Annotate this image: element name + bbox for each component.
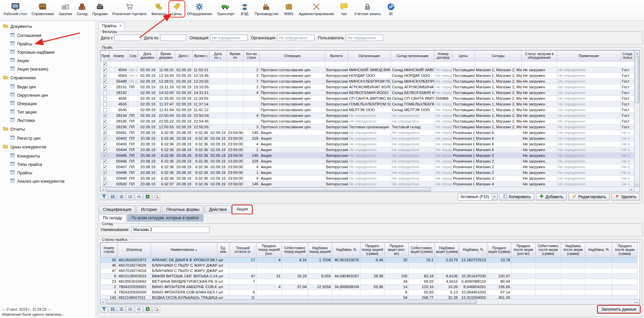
column-header-6[interactable]: Себестоимос перед акцией bbox=[282, 242, 308, 257]
grid-tool-table-edit-button[interactable] bbox=[152, 306, 160, 313]
tab-by-warehouse[interactable]: По складу bbox=[99, 214, 127, 222]
vscroll-thumb[interactable] bbox=[635, 56, 639, 103]
column-header-3[interactable]: Ед. изм. bbox=[217, 242, 230, 257]
grid-row-20[interactable]: ✓00499ПЛ20.08.196:32:3620.08.196:32:3602… bbox=[101, 175, 634, 181]
checkbox-checked-icon[interactable]: ✓ bbox=[103, 171, 107, 175]
sidebar-item-3-0[interactable]: Конкуренты bbox=[0, 152, 96, 160]
checkbox-checked-icon[interactable]: ✓ bbox=[103, 131, 107, 135]
sidebar-section-3[interactable]: Цены конкурентов bbox=[0, 142, 96, 152]
sidebar-item-3-1[interactable]: Типы прайса bbox=[0, 160, 96, 169]
column-header-10[interactable]: Операция bbox=[260, 50, 325, 61]
checkbox-checked-icon[interactable]: ✓ bbox=[103, 74, 107, 78]
checkbox-checked-icon[interactable]: ✓ bbox=[103, 80, 107, 84]
grid-row-14[interactable]: ✓00493ПЛ20.08.196:32:3620.08.196:32:3602… bbox=[101, 141, 634, 147]
sidebar-item-prices[interactable]: Прайсы bbox=[0, 40, 96, 48]
checkbox-unchecked-icon[interactable] bbox=[103, 91, 107, 95]
sidebar-item-1-2[interactable]: Операции bbox=[0, 99, 96, 108]
hscroll-thumb[interactable] bbox=[106, 300, 477, 304]
grid-row-21[interactable]: ✓00500ПЛ20.08.196:32:3720.08.196:32:3602… bbox=[101, 181, 634, 187]
toolbar-item-admin[interactable]: Администрирование bbox=[297, 1, 337, 17]
column-header-13[interactable]: Надбавка, % bbox=[459, 242, 487, 257]
grid-tool-list-button[interactable] bbox=[117, 306, 125, 313]
column-header-6[interactable]: Время с bbox=[193, 50, 209, 61]
checkbox-cell[interactable]: ✓ bbox=[101, 78, 110, 84]
grid-tool-excel-button[interactable]: X bbox=[144, 193, 151, 200]
scroll-left-icon[interactable]: ◄ bbox=[100, 300, 106, 305]
grid-row-19[interactable]: ✓00498ПЛ20.08.196:32:3620.08.196:32:3602… bbox=[101, 170, 634, 175]
checkbox-cell[interactable]: ✓ bbox=[101, 141, 110, 147]
filter-input-date-from[interactable] bbox=[114, 35, 141, 41]
tab-promo[interactable]: Акция bbox=[232, 205, 252, 214]
tab-specification[interactable]: Спецификация bbox=[99, 206, 136, 214]
filter-input-operation[interactable] bbox=[210, 35, 248, 41]
checkbox-checked-icon[interactable]: ✓ bbox=[103, 160, 107, 164]
grid-row-2[interactable]: 474607018274018БЛИНЧИКИ С ПЫЛУ С ЖАРУ ДЖ… bbox=[101, 268, 638, 273]
hscroll-thumb[interactable] bbox=[106, 187, 431, 191]
grid-row-15[interactable]: ✓00494ПЛ20.08.196:32:3620.08.196:32:3602… bbox=[101, 147, 634, 152]
tab-history[interactable]: История bbox=[137, 206, 161, 214]
grid-row-13[interactable]: ✓00492ПЛ20.08.196:32:3620.08.196:32:3602… bbox=[101, 135, 634, 141]
checkbox-checked-icon[interactable]: ✓ bbox=[103, 68, 107, 72]
column-header-14[interactable]: Продано акция (сумма) bbox=[487, 242, 511, 257]
column-header-16[interactable]: Склады bbox=[475, 50, 522, 61]
checkbox-cell[interactable]: ✓ bbox=[101, 112, 110, 118]
checkbox-cell[interactable]: ✓ bbox=[101, 158, 110, 164]
checkbox-cell[interactable]: ✓ bbox=[101, 175, 110, 181]
grid-tool-rows-button[interactable] bbox=[126, 306, 134, 313]
grid-tool-excel-button[interactable]: X bbox=[144, 306, 151, 313]
checkbox-checked-icon[interactable]: ✓ bbox=[103, 137, 107, 141]
grid-row-5[interactable]: 2819202.09.1914:33:0002.09.1914:31:514Пр… bbox=[101, 90, 634, 95]
column-header-4[interactable]: Текущий остаток (к- bbox=[230, 242, 256, 257]
column-header-16[interactable]: Себестоимос после акции (сумма) bbox=[536, 242, 561, 257]
column-header-0[interactable]: Номер строки bbox=[101, 242, 117, 257]
grid-tool-filter-button[interactable] bbox=[100, 306, 108, 313]
checkbox-checked-icon[interactable]: ✓ bbox=[103, 85, 107, 89]
toolbar-item-production[interactable]: Производство bbox=[252, 1, 281, 17]
column-header-11[interactable]: Себестоимос акция (сумма) bbox=[409, 242, 435, 257]
column-header-9[interactable]: Продано перед акцией (сумма) bbox=[360, 242, 385, 257]
grid-row-17[interactable]: ✓00496ПЛ20.08.196:32:3620.08.196:32:3602… bbox=[101, 158, 634, 164]
toolbar-item-prices[interactable]: Цены bbox=[169, 1, 185, 17]
column-header-8[interactable]: Надбавка, % bbox=[332, 242, 360, 257]
scroll-left-icon[interactable]: ◄ bbox=[100, 187, 106, 192]
grid-row-7[interactable]: 456502.09.1911:37:4702.09.1911:37:14Прот… bbox=[101, 101, 634, 107]
grid-tool-filter-button[interactable] bbox=[100, 193, 108, 200]
checkbox-cell[interactable]: ✓ bbox=[101, 164, 110, 170]
checkbox-cell[interactable]: ✓ bbox=[101, 152, 110, 158]
grid-row-3[interactable]: ✓56488Не о02.09.1912:28:0102.09.1912:26:… bbox=[101, 78, 634, 84]
delete-button[interactable]: Удалить bbox=[611, 193, 640, 200]
column-header-3[interactable]: Дата докумен bbox=[138, 50, 157, 61]
toolbar-item-equipment[interactable]: Оборудование bbox=[185, 1, 214, 17]
tab-all-warehouses[interactable]: По всем складам, которые в прайсе bbox=[127, 214, 203, 222]
column-header-17[interactable]: Статус загрузки в оборудование bbox=[522, 50, 557, 61]
checkbox-cell[interactable]: ✓ bbox=[101, 124, 110, 130]
checkbox-checked-icon[interactable]: ✓ bbox=[103, 148, 107, 152]
grid-row-12[interactable]: ✓00491ПЛ20.08.196:32:3620.08.196:32:3602… bbox=[101, 130, 634, 135]
store-name-input[interactable] bbox=[132, 227, 209, 233]
checkbox-cell[interactable]: ✓ bbox=[101, 84, 110, 90]
column-header-5[interactable]: Продано перед акцией (кол- bbox=[256, 242, 282, 257]
scroll-down-icon[interactable]: ▼ bbox=[635, 182, 640, 187]
copy-button[interactable]: Копировать bbox=[499, 193, 535, 200]
checkbox-cell[interactable] bbox=[101, 95, 110, 101]
checkbox-cell[interactable]: ✓ bbox=[101, 130, 110, 135]
grid-row-18[interactable]: ✓00497ПЛ20.08.196:32:3620.08.196:32:3602… bbox=[101, 164, 634, 170]
toolbar-item-account[interactable]: Учётная запись bbox=[352, 1, 383, 17]
grid-row-11[interactable]: ✓28196ПЛ02.09.1912:55:5502.09.1912:55:55… bbox=[101, 124, 634, 130]
grid-row-10[interactable]: ✓28195ПЛ02.09.1922:55:2202.09.1922:54:45… bbox=[101, 118, 634, 124]
checkbox-cell[interactable]: ✓ bbox=[101, 170, 110, 175]
checkbox-checked-icon[interactable]: ✓ bbox=[103, 154, 107, 158]
grid-tool-print-button[interactable] bbox=[135, 306, 143, 313]
checkbox-checked-icon[interactable]: ✓ bbox=[103, 177, 107, 181]
grid-row-9[interactable]: ✓28194ПЛ02.09.1922:50:0402.09.1922:50:04… bbox=[101, 112, 634, 118]
fill-data-button[interactable]: Заполнить данные bbox=[598, 306, 640, 313]
grid-tool-print-button[interactable] bbox=[135, 193, 143, 200]
grid-tool-columns-button[interactable] bbox=[109, 193, 116, 200]
checkbox-cell[interactable] bbox=[101, 101, 110, 107]
toolbar-item-transport[interactable]: Транспорт bbox=[214, 1, 237, 17]
scroll-right-icon[interactable]: ► bbox=[634, 300, 640, 305]
checkbox-cell[interactable]: ✓ bbox=[101, 118, 110, 124]
checkbox-checked-icon[interactable]: ✓ bbox=[103, 142, 107, 146]
toolbar-item-ved[interactable]: ВЭД bbox=[237, 1, 252, 17]
column-header-2[interactable]: Сер bbox=[128, 50, 138, 61]
